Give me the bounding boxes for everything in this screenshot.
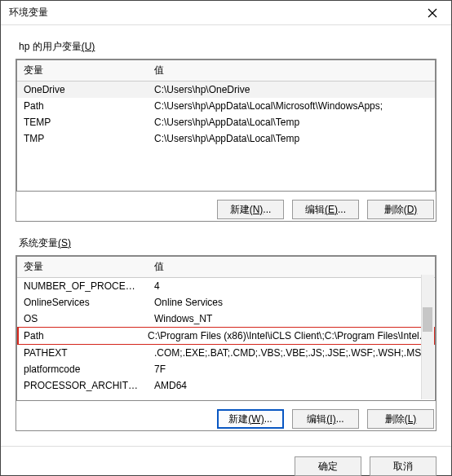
table-row[interactable]: TEMP C:\Users\hp\AppData\Local\Temp — [17, 114, 435, 130]
system-edit-button[interactable]: 编辑(I)... — [292, 409, 359, 429]
table-row-path[interactable]: Path C:\Program Files (x86)\Intel\iCLS C… — [17, 327, 435, 345]
col-header-name[interactable]: 变量 — [17, 257, 148, 278]
close-icon[interactable] — [414, 1, 451, 25]
user-new-button[interactable]: 新建(N)... — [217, 200, 284, 219]
table-row[interactable]: platformcode 7F — [17, 361, 435, 377]
user-button-row: 新建(N)... 编辑(E)... 删除(D) — [16, 192, 436, 221]
env-vars-dialog: 环境变量 hp 的用户变量(U) 变量 值 OneDrive — [0, 0, 452, 476]
col-header-name[interactable]: 变量 — [17, 60, 148, 82]
table-row[interactable]: OneDrive C:\Users\hp\OneDrive — [17, 82, 435, 99]
user-edit-button[interactable]: 编辑(E)... — [292, 200, 359, 219]
table-row[interactable]: PATHEXT .COM;.EXE;.BAT;.CMD;.VBS;.VBE;.J… — [17, 345, 435, 361]
scrollbar-thumb[interactable] — [423, 307, 432, 332]
user-vars-table[interactable]: 变量 值 OneDrive C:\Users\hp\OneDrive Path … — [17, 60, 435, 147]
system-button-row: 新建(W)... 编辑(I)... 删除(L) — [16, 401, 436, 430]
user-vars-label: hp 的用户变量(U) — [19, 40, 433, 54]
window-title: 环境变量 — [9, 6, 414, 20]
user-delete-button[interactable]: 删除(D) — [367, 200, 434, 219]
system-vars-label: 系统变量(S) — [19, 236, 433, 250]
vertical-scrollbar[interactable] — [421, 275, 434, 399]
table-row[interactable]: NUMBER_OF_PROCESSORS 4 — [17, 278, 435, 295]
table-row[interactable]: PROCESSOR_ARCHITECT... AMD64 — [17, 377, 435, 394]
system-vars-panel: 变量 值 NUMBER_OF_PROCESSORS 4 OnlineServic… — [16, 255, 436, 431]
system-delete-button[interactable]: 删除(L) — [367, 409, 434, 429]
col-header-value[interactable]: 值 — [148, 60, 435, 82]
titlebar: 环境变量 — [1, 1, 451, 25]
ok-button[interactable]: 确定 — [295, 456, 361, 476]
table-row[interactable]: OnlineServices Online Services — [17, 294, 435, 311]
col-header-value[interactable]: 值 — [148, 257, 435, 278]
highlight-indicator: Path C:\Program Files (x86)\Intel\iCLS C… — [17, 327, 435, 345]
user-vars-panel: 变量 值 OneDrive C:\Users\hp\OneDrive Path … — [16, 59, 436, 222]
system-new-button[interactable]: 新建(W)... — [217, 409, 284, 429]
system-vars-table[interactable]: 变量 值 NUMBER_OF_PROCESSORS 4 OnlineServic… — [17, 257, 435, 394]
cancel-button[interactable]: 取消 — [370, 456, 436, 476]
table-row[interactable]: Path C:\Users\hp\AppData\Local\Microsoft… — [17, 98, 435, 114]
dialog-content: hp 的用户变量(U) 变量 值 OneDrive C:\Users\hp\On… — [1, 25, 451, 446]
table-row[interactable]: OS Windows_NT — [17, 311, 435, 327]
table-row[interactable]: TMP C:\Users\hp\AppData\Local\Temp — [17, 130, 435, 147]
dialog-footer: 确定 取消 — [1, 446, 451, 476]
